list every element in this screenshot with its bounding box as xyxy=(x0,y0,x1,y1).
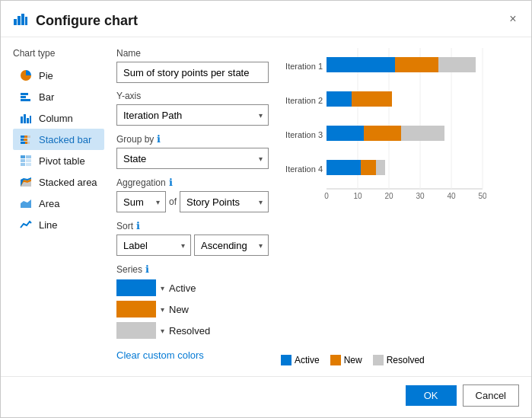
sort-field-select[interactable]: Label xyxy=(116,235,191,256)
svg-rect-5 xyxy=(21,96,26,98)
chart-type-bar[interactable]: Bar xyxy=(13,86,104,107)
pivot-icon xyxy=(19,154,33,168)
legend-resolved: Resolved xyxy=(373,355,425,365)
svg-text:Iteration 3: Iteration 3 xyxy=(285,130,323,139)
agg-func-select[interactable]: Sum xyxy=(116,191,166,212)
iter4-new-bar xyxy=(361,160,376,175)
legend-new-box xyxy=(330,355,341,365)
groupby-info-icon[interactable]: ℹ xyxy=(157,133,161,145)
yaxis-field-label: Y-axis xyxy=(116,91,269,101)
bar-icon xyxy=(19,90,33,104)
chart-type-column[interactable]: Column xyxy=(13,107,104,129)
svg-rect-22 xyxy=(26,159,31,162)
series-info-icon[interactable]: ℹ xyxy=(145,263,149,275)
sort-row: Label ▾ Ascending ▾ xyxy=(116,235,269,256)
stacked-area-icon xyxy=(19,175,33,189)
svg-rect-19 xyxy=(21,155,25,158)
svg-text:0: 0 xyxy=(324,192,329,200)
close-button[interactable]: × xyxy=(504,10,522,28)
svg-rect-10 xyxy=(30,116,31,123)
yaxis-select[interactable]: Iteration Path xyxy=(116,104,269,126)
configure-chart-dialog: Configure chart × Chart type Pie xyxy=(0,0,532,418)
iter4-active-bar xyxy=(327,160,361,175)
active-chevron-icon[interactable]: ▾ xyxy=(161,284,164,292)
groupby-select-wrapper: State ▾ xyxy=(116,148,269,169)
agg-field-select-wrapper: Story Points ▾ xyxy=(180,191,269,212)
resolved-chevron-icon[interactable]: ▾ xyxy=(161,327,164,335)
sort-order-select[interactable]: Ascending xyxy=(194,235,269,256)
iter3-resolved-bar xyxy=(401,126,444,141)
column-icon xyxy=(19,111,33,125)
bar-chart-svg: Iteration 1 Iteration 2 Iteration 3 Iter… xyxy=(281,48,486,215)
svg-rect-8 xyxy=(24,114,26,123)
stacked-area-label: Stacked area xyxy=(39,177,97,188)
ok-button[interactable]: OK xyxy=(406,385,457,406)
clear-custom-colors-link[interactable]: Clear custom colors xyxy=(116,349,269,361)
series-label: Series ℹ xyxy=(116,263,269,275)
svg-text:Iteration 1: Iteration 1 xyxy=(285,62,323,71)
line-label: Line xyxy=(39,219,58,231)
stacked-bar-icon xyxy=(19,132,33,146)
legend-resolved-label: Resolved xyxy=(387,355,425,365)
series-item-new: ▾ New xyxy=(116,301,269,317)
svg-text:30: 30 xyxy=(416,192,425,200)
agg-func-select-wrapper: Sum ▾ xyxy=(116,191,166,212)
sort-field-select-wrapper: Label ▾ xyxy=(116,235,191,256)
svg-rect-24 xyxy=(26,163,31,166)
svg-marker-28 xyxy=(21,199,31,208)
chart-legend: Active New Resolved xyxy=(281,355,519,365)
of-label: of xyxy=(169,196,177,207)
sort-info-icon[interactable]: ℹ xyxy=(136,220,140,231)
svg-rect-2 xyxy=(21,14,24,25)
chart-type-line[interactable]: Line xyxy=(13,214,104,235)
svg-rect-11 xyxy=(21,136,24,138)
chart-title-icon xyxy=(13,11,28,30)
chart-type-label: Chart type xyxy=(13,48,104,59)
aggregation-field-label: Aggregation ℹ xyxy=(116,177,269,188)
iter3-new-bar xyxy=(364,126,401,141)
iter2-new-bar xyxy=(352,91,392,107)
dialog-footer: OK Cancel xyxy=(1,376,531,417)
new-color-swatch[interactable] xyxy=(116,301,156,317)
pie-label: Pie xyxy=(39,70,53,81)
iter1-resolved-bar xyxy=(438,57,476,72)
name-field-label: Name xyxy=(116,48,269,59)
chart-type-stacked-bar[interactable]: Stacked bar xyxy=(13,129,104,150)
chart-type-stacked-area[interactable]: Stacked area xyxy=(13,171,104,193)
svg-text:Iteration 2: Iteration 2 xyxy=(285,96,323,105)
config-panel: Name Y-axis Iteration Path ▾ Group by ℹ … xyxy=(116,48,269,365)
resolved-color-swatch[interactable] xyxy=(116,322,156,339)
dialog-body: Chart type Pie xyxy=(1,37,531,376)
iter4-resolved-bar xyxy=(376,160,385,175)
line-icon xyxy=(19,218,33,231)
iter1-active-bar xyxy=(327,57,395,72)
sort-order-select-wrapper: Ascending ▾ xyxy=(194,235,269,256)
groupby-select[interactable]: State xyxy=(116,148,269,169)
svg-rect-17 xyxy=(25,142,27,144)
resolved-series-label: Resolved xyxy=(169,325,210,337)
legend-new-label: New xyxy=(344,355,362,365)
agg-field-select[interactable]: Story Points xyxy=(180,191,269,212)
svg-rect-23 xyxy=(21,163,25,166)
new-chevron-icon[interactable]: ▾ xyxy=(161,305,164,314)
name-input[interactable] xyxy=(116,62,269,83)
chart-type-pie[interactable]: Pie xyxy=(13,65,104,86)
chart-type-area[interactable]: Area xyxy=(13,193,104,214)
legend-resolved-box xyxy=(373,355,384,365)
chart-area: Iteration 1 Iteration 2 Iteration 3 Iter… xyxy=(281,48,519,349)
svg-rect-0 xyxy=(14,19,17,25)
yaxis-select-wrapper: Iteration Path ▾ xyxy=(116,104,269,126)
svg-rect-4 xyxy=(21,93,28,95)
stacked-bar-label: Stacked bar xyxy=(39,134,91,145)
chart-type-pivot[interactable]: Pivot table xyxy=(13,150,104,171)
aggregation-info-icon[interactable]: ℹ xyxy=(169,177,173,188)
svg-text:40: 40 xyxy=(447,192,456,200)
active-color-swatch[interactable] xyxy=(116,279,156,296)
cancel-button[interactable]: Cancel xyxy=(463,384,519,407)
svg-rect-20 xyxy=(26,155,31,158)
svg-text:10: 10 xyxy=(353,192,362,200)
legend-new: New xyxy=(330,355,362,365)
svg-rect-18 xyxy=(27,142,30,144)
series-item-resolved: ▾ Resolved xyxy=(116,322,269,339)
iter1-new-bar xyxy=(395,57,438,72)
